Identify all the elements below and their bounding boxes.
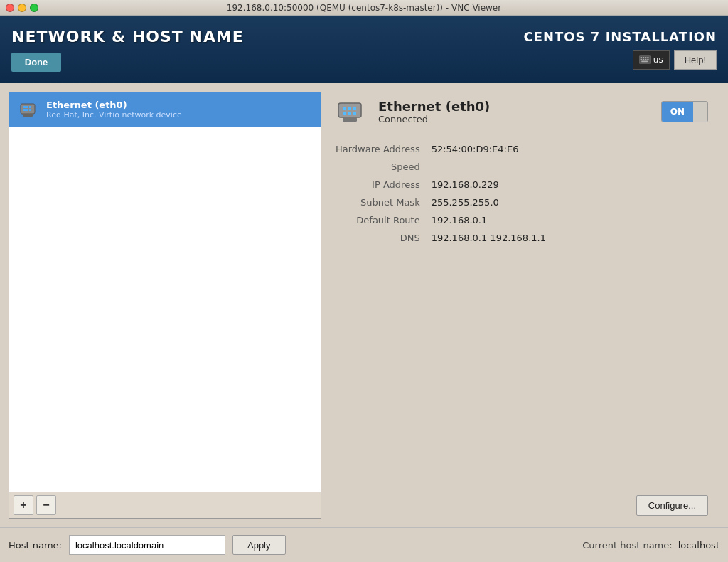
svg-rect-2: [643, 57, 644, 58]
field-value: 192.168.0.229: [429, 176, 708, 193]
field-value: [429, 158, 708, 176]
header-right: CENTOS 7 INSTALLATION: [523, 29, 717, 70]
page-title: NETWORK & HOST NAME: [11, 28, 244, 46]
window-controls[interactable]: [6, 4, 38, 12]
svg-rect-13: [26, 106, 28, 108]
left-panel: Ethernet (eth0) Red Hat, Inc. Virtio net…: [9, 92, 321, 519]
ethernet-icon: [16, 98, 39, 121]
configure-button[interactable]: Configure...: [636, 495, 708, 516]
device-detail-header: Ethernet (eth0) Connected ON: [333, 92, 708, 129]
panels: Ethernet (eth0) Red Hat, Inc. Virtio net…: [9, 92, 719, 519]
current-hostname-value: localhost: [678, 540, 719, 551]
svg-rect-23: [343, 112, 346, 115]
device-name: Ethernet (eth0): [46, 100, 314, 110]
title-bar-text: 192.168.0.10:50000 (QEMU (centos7-k8s-ma…: [227, 3, 501, 13]
svg-rect-11: [23, 114, 33, 117]
info-table: Hardware Address52:54:00:D9:E4:E6SpeedIP…: [333, 140, 708, 247]
app-window: NETWORK & HOST NAME Done CENTOS 7 INSTAL…: [0, 16, 728, 562]
svg-rect-19: [343, 117, 357, 122]
svg-rect-4: [647, 57, 648, 58]
svg-rect-20: [343, 107, 346, 110]
title-bar: 192.168.0.10:50000 (QEMU (centos7-k8s-ma…: [0, 0, 728, 16]
table-row: Hardware Address52:54:00:D9:E4:E6: [333, 140, 708, 158]
list-actions: + −: [9, 492, 321, 519]
toggle-switch[interactable]: ON: [661, 101, 708, 122]
close-button[interactable]: [6, 4, 14, 12]
detail-ethernet-icon: [333, 95, 367, 129]
field-value: 192.168.0.1: [429, 211, 708, 229]
svg-rect-12: [23, 106, 26, 108]
field-label: Subnet Mask: [333, 193, 429, 211]
field-value: 52:54:00:D9:E4:E6: [429, 140, 708, 158]
table-row: Subnet Mask255.255.255.0: [333, 193, 708, 211]
field-value: 192.168.0.1 192.168.1.1: [429, 229, 708, 247]
remove-device-button[interactable]: −: [36, 495, 56, 515]
apply-button[interactable]: Apply: [232, 535, 286, 555]
device-list[interactable]: Ethernet (eth0) Red Hat, Inc. Virtio net…: [9, 92, 321, 492]
field-label: Speed: [333, 158, 429, 176]
configure-area: Configure...: [333, 495, 708, 519]
svg-rect-5: [640, 59, 641, 60]
app-header: NETWORK & HOST NAME Done CENTOS 7 INSTAL…: [0, 16, 728, 83]
svg-rect-15: [23, 109, 26, 111]
field-label: Default Route: [333, 211, 429, 229]
keyboard-icon: [639, 55, 651, 64]
field-value: 255.255.255.0: [429, 193, 708, 211]
bottom-bar: Host name: Apply Current host name: loca…: [0, 527, 728, 562]
svg-rect-14: [29, 106, 31, 108]
svg-rect-1: [640, 57, 641, 58]
done-button[interactable]: Done: [11, 53, 61, 72]
svg-rect-8: [647, 59, 648, 60]
svg-rect-24: [348, 112, 351, 115]
field-label: Hardware Address: [333, 140, 429, 158]
help-button[interactable]: Help!: [674, 50, 717, 70]
current-hostname-area: Current host name: localhost: [582, 540, 719, 551]
svg-rect-3: [645, 57, 646, 58]
svg-rect-25: [353, 112, 356, 115]
table-row: Speed: [333, 158, 708, 176]
field-label: DNS: [333, 229, 429, 247]
detail-title-area: Ethernet (eth0) Connected: [378, 99, 490, 124]
main-content: Ethernet (eth0) Red Hat, Inc. Virtio net…: [0, 83, 728, 527]
hostname-label: Host name:: [9, 540, 62, 551]
header-left: NETWORK & HOST NAME Done: [11, 28, 244, 72]
keyboard-lang: us: [653, 55, 663, 65]
svg-rect-21: [348, 107, 351, 110]
header-controls: us Help!: [633, 50, 717, 70]
svg-rect-6: [643, 59, 644, 60]
maximize-button[interactable]: [30, 4, 38, 12]
table-row: Default Route192.168.0.1: [333, 211, 708, 229]
table-row: IP Address192.168.0.229: [333, 176, 708, 193]
svg-rect-17: [29, 109, 31, 111]
svg-rect-22: [353, 107, 356, 110]
toggle-on[interactable]: ON: [662, 102, 693, 122]
detail-status: Connected: [378, 114, 490, 124]
table-row: DNS192.168.0.1 192.168.1.1: [333, 229, 708, 247]
list-item[interactable]: Ethernet (eth0) Red Hat, Inc. Virtio net…: [9, 92, 321, 127]
minimize-button[interactable]: [18, 4, 26, 12]
device-subtitle: Red Hat, Inc. Virtio network device: [46, 110, 314, 120]
hostname-input[interactable]: [69, 535, 225, 555]
current-hostname-label: Current host name:: [582, 540, 672, 551]
svg-rect-9: [641, 61, 648, 63]
toggle-off[interactable]: [693, 102, 707, 122]
installation-title: CENTOS 7 INSTALLATION: [523, 29, 717, 44]
keyboard-indicator[interactable]: us: [633, 50, 670, 70]
add-device-button[interactable]: +: [14, 495, 33, 515]
field-label: IP Address: [333, 176, 429, 193]
right-panel: Ethernet (eth0) Connected ON Hardware Ad…: [321, 92, 719, 519]
device-info: Ethernet (eth0) Red Hat, Inc. Virtio net…: [46, 100, 314, 120]
detail-device-name: Ethernet (eth0): [378, 99, 490, 114]
svg-rect-7: [645, 59, 646, 60]
toggle-container: ON: [661, 101, 708, 122]
svg-rect-16: [26, 109, 28, 111]
